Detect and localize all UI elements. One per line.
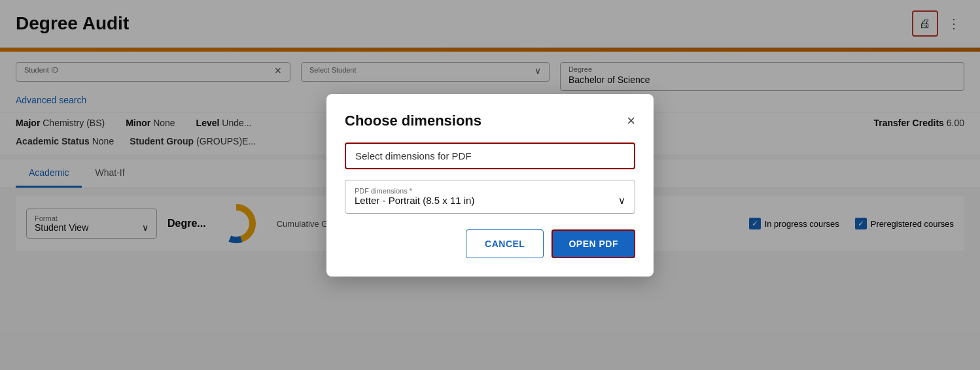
modal-actions: CANCEL OPEN PDF bbox=[345, 229, 635, 258]
pdf-dims-label: PDF dimensions * bbox=[355, 187, 625, 195]
choose-dimensions-modal: Choose dimensions × Select dimensions fo… bbox=[326, 94, 654, 277]
pdf-dims-select[interactable]: PDF dimensions * Letter - Portrait (8.5 … bbox=[345, 180, 635, 214]
select-dims-label: Select dimensions for PDF bbox=[345, 143, 635, 169]
modal-header: Choose dimensions × bbox=[345, 112, 635, 129]
modal-close-button[interactable]: × bbox=[627, 114, 635, 128]
modal-title: Choose dimensions bbox=[345, 112, 481, 129]
pdf-dims-chevron-icon: ∨ bbox=[618, 195, 625, 207]
pdf-dims-value: Letter - Portrait (8.5 x 11 in) bbox=[355, 195, 474, 206]
cancel-button[interactable]: CANCEL bbox=[466, 229, 544, 258]
open-pdf-button[interactable]: OPEN PDF bbox=[551, 229, 635, 258]
page-background: Degree Audit 🖨 ⋮ Student ID ✕ Select Stu… bbox=[0, 0, 980, 370]
pdf-dims-value-row: Letter - Portrait (8.5 x 11 in) ∨ bbox=[355, 195, 625, 207]
modal-overlay: Choose dimensions × Select dimensions fo… bbox=[0, 0, 980, 370]
